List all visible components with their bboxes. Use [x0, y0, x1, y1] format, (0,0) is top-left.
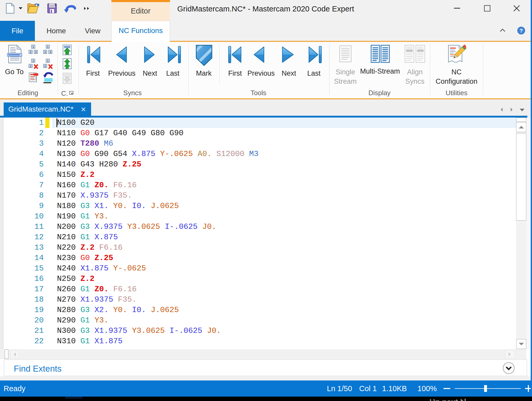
- svg-text:1: 1: [32, 45, 34, 48]
- svg-text:2: 2: [44, 50, 46, 54]
- svg-text:2: 2: [30, 50, 31, 54]
- svg-text:?: ?: [520, 28, 523, 34]
- svg-text:2: 2: [30, 64, 31, 68]
- svg-text:2: 2: [44, 64, 46, 68]
- svg-text:1: 1: [32, 59, 34, 62]
- svg-text:3: 3: [35, 50, 36, 54]
- svg-text:3: 3: [49, 50, 51, 54]
- svg-text:1: 1: [47, 45, 48, 48]
- svg-text:1: 1: [47, 59, 48, 62]
